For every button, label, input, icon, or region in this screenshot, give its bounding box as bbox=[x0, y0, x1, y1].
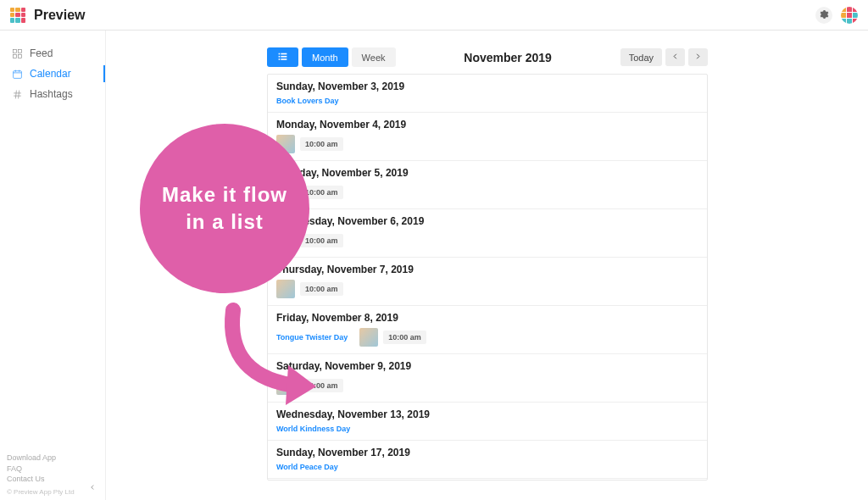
chevron-left-icon bbox=[670, 52, 680, 63]
svg-rect-15 bbox=[281, 53, 287, 55]
calendar-list[interactable]: Sunday, November 3, 2019 Book Lovers Day… bbox=[267, 74, 708, 481]
day-block: Saturday, November 9, 2019 10:00 am bbox=[268, 354, 707, 403]
user-avatar[interactable] bbox=[841, 7, 858, 24]
sidebar-footer: Download App FAQ Contact Us © Preview Ap… bbox=[0, 453, 105, 500]
svg-rect-14 bbox=[279, 58, 281, 60]
day-block: Monday, November 4, 2019 10:00 am bbox=[268, 113, 707, 161]
view-list-button[interactable] bbox=[267, 47, 298, 67]
svg-line-10 bbox=[15, 90, 16, 98]
day-block: Sunday, November 17, 2019 World Peace Da… bbox=[268, 441, 707, 479]
sidebar-collapse-button[interactable] bbox=[86, 483, 98, 495]
svg-rect-3 bbox=[19, 54, 22, 58]
svg-rect-16 bbox=[281, 56, 287, 58]
grid-icon bbox=[12, 48, 23, 59]
settings-button[interactable] bbox=[815, 7, 832, 24]
day-header: Wednesday, November 6, 2019 bbox=[276, 215, 698, 227]
day-block: Sunday, November 3, 2019 Book Lovers Day bbox=[268, 75, 707, 113]
post-time: 10:00 am bbox=[300, 137, 343, 151]
gear-icon bbox=[819, 8, 829, 23]
calendar-title: November 2019 bbox=[396, 51, 620, 64]
day-block: Wednesday, November 13, 2019 World Kindn… bbox=[268, 403, 707, 441]
calendar-icon bbox=[12, 69, 23, 80]
day-header: Sunday, November 17, 2019 bbox=[276, 447, 698, 458]
day-header: Thursday, November 7, 2019 bbox=[276, 264, 698, 275]
post-thumbnail[interactable] bbox=[276, 280, 295, 298]
svg-rect-2 bbox=[14, 54, 17, 58]
day-header: Monday, November 4, 2019 bbox=[276, 119, 698, 131]
prev-button[interactable] bbox=[665, 48, 685, 66]
svg-rect-13 bbox=[279, 56, 281, 58]
link-download[interactable]: Download App bbox=[7, 453, 98, 464]
sidebar-item-calendar[interactable]: Calendar bbox=[0, 64, 105, 84]
chevron-left-icon bbox=[88, 483, 97, 495]
calendar-panel: Month Week November 2019 Today Sun bbox=[267, 47, 708, 481]
content-area: Make it flow in a list Month Week bbox=[106, 31, 868, 500]
special-day[interactable]: World Kindness Day bbox=[276, 425, 350, 433]
special-day[interactable]: World Peace Day bbox=[276, 463, 338, 471]
sidebar-item-feed[interactable]: Feed bbox=[0, 43, 105, 64]
sidebar-item-label: Calendar bbox=[30, 68, 71, 80]
post-thumbnail[interactable] bbox=[359, 328, 378, 347]
view-segmented-control: Month Week bbox=[267, 47, 396, 67]
app-name: Preview bbox=[34, 8, 85, 23]
post-time: 10:00 am bbox=[383, 331, 426, 344]
annotation-bubble: Make it flow in a list bbox=[140, 124, 309, 293]
annotation-arrow-icon bbox=[208, 302, 326, 420]
post-time: 10:00 am bbox=[300, 282, 343, 296]
next-button[interactable] bbox=[688, 48, 708, 66]
sidebar: Feed Calendar Hashtags Download App FAQ … bbox=[0, 31, 106, 500]
topbar: Preview bbox=[0, 0, 868, 31]
day-block: Friday, November 8, 2019 Tongue Twister … bbox=[268, 306, 707, 354]
view-month-button[interactable]: Month bbox=[302, 47, 348, 67]
copyright: © Preview App Pty Ltd bbox=[7, 487, 98, 497]
today-button[interactable]: Today bbox=[620, 48, 662, 66]
post-time: 10:00 am bbox=[300, 234, 343, 247]
day-block: Tuesday, November 5, 2019 10:00 am bbox=[268, 161, 707, 209]
svg-rect-12 bbox=[279, 53, 281, 55]
view-week-button[interactable]: Week bbox=[352, 47, 396, 67]
svg-rect-0 bbox=[14, 49, 17, 53]
day-header: Friday, November 8, 2019 bbox=[276, 312, 698, 324]
day-header: Tuesday, November 5, 2019 bbox=[276, 167, 698, 179]
svg-line-11 bbox=[19, 90, 19, 98]
day-header: Wednesday, November 13, 2019 bbox=[276, 408, 698, 420]
sidebar-item-hashtags[interactable]: Hashtags bbox=[0, 84, 105, 104]
svg-rect-1 bbox=[19, 49, 22, 53]
day-header: Sunday, November 3, 2019 bbox=[276, 81, 698, 92]
annotation-text: Make it flow in a list bbox=[157, 181, 292, 236]
sidebar-item-label: Feed bbox=[30, 47, 53, 59]
hashtag-icon bbox=[12, 89, 23, 100]
day-block: Wednesday, November 6, 2019 10:00 am bbox=[268, 209, 707, 258]
link-contact[interactable]: Contact Us bbox=[7, 474, 98, 485]
app-logo bbox=[10, 8, 25, 23]
list-icon bbox=[277, 51, 288, 64]
link-faq[interactable]: FAQ bbox=[7, 464, 98, 475]
chevron-right-icon bbox=[693, 52, 703, 63]
svg-rect-4 bbox=[14, 70, 22, 78]
day-header: Saturday, November 9, 2019 bbox=[276, 360, 698, 372]
special-day[interactable]: Book Lovers Day bbox=[276, 97, 339, 105]
day-block: Thursday, November 7, 2019 10:00 am bbox=[268, 258, 707, 306]
sidebar-item-label: Hashtags bbox=[30, 88, 73, 100]
svg-rect-17 bbox=[281, 58, 287, 60]
